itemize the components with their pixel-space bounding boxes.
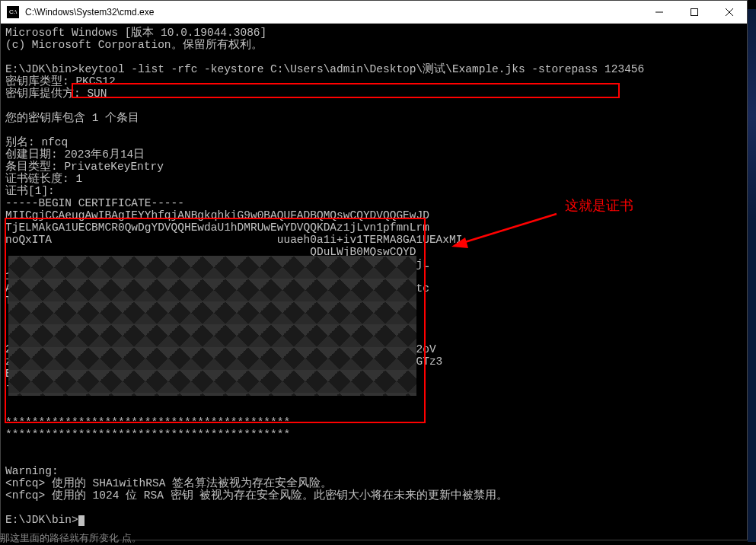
- output-line: 证书[1]:: [5, 185, 55, 197]
- cert-line: MIICgjCCAeugAwIBAgIEYYhfqjANBgkqhkiG9w0B…: [5, 209, 429, 222]
- output-line: 条目类型: PrivateKeyEntry: [5, 161, 164, 173]
- window-controls: [642, 1, 747, 24]
- background-text: 那这里面的路径就有所变化 点。: [0, 531, 142, 545]
- cert-line: A1UE tc: [5, 282, 429, 295]
- maximize-button[interactable]: [677, 1, 712, 24]
- minimize-button[interactable]: [642, 1, 677, 24]
- cert-line: KDAz1jL: [5, 258, 429, 270]
- output-line: 证书链长度: 1: [5, 173, 82, 185]
- warning-line: <nfcq> 使用的 SHA1withRSA 签名算法被视为存在安全风险。: [5, 477, 332, 489]
- cert-line: TjELMAkGA1UECBMCR0QwDgYDVQQHEwdaU1hDMRUw…: [5, 222, 429, 234]
- output-line: 别名: nfcq: [5, 136, 68, 148]
- output-line: 您的密钥库包含 1 个条目: [5, 112, 139, 124]
- command-text: keytool -list -rfc -keystore C:\Users\ad…: [78, 63, 645, 75]
- annotation-text: 这就是证书: [565, 199, 633, 212]
- close-button[interactable]: [712, 1, 747, 24]
- cert-line: noQxITA uuaeh0a1i+iv1TERMA8GA1UEAxMI: [5, 234, 462, 246]
- prompt: E:\JDK\bin>: [5, 514, 78, 526]
- cert-line: -----BEGIN CERTIFICATE-----: [5, 197, 184, 209]
- output-line: (c) Microsoft Corporation。保留所有权利。: [5, 39, 263, 51]
- cert-line: EvHPv5jQtgx1: [5, 368, 85, 380]
- terminal-content[interactable]: Microsoft Windows [版本 10.0.19044.3086] (…: [1, 24, 747, 540]
- cert-line: -----END CERTIFICATE-----: [5, 380, 171, 392]
- output-line: 创建日期: 2023年6月14日: [5, 148, 145, 161]
- adjacent-window-edge: [748, 9, 756, 542]
- cert-line: 2nIArWcfD rnZmg1Y1 MR9C3SGXX2oV: [5, 343, 436, 355]
- arrow-icon: [450, 210, 564, 256]
- prompt: E:\JDK\bin>: [5, 63, 78, 75]
- output-line: 密钥库提供方: SUN: [5, 88, 107, 100]
- output-line: 密钥库类型: PKCS12: [5, 75, 116, 88]
- svg-line-4: [458, 214, 557, 244]
- highlight-box-command: [72, 83, 620, 98]
- cmd-icon: C:\: [7, 6, 19, 18]
- cmd-window: C:\ C:\Windows\System32\cmd.exe Microsof…: [0, 0, 748, 540]
- warning-line: <nfcq> 使用的 1024 位 RSA 密钥 被视为存在安全风险。此密钥大小…: [5, 489, 508, 502]
- cert-line: Trwb: [5, 295, 32, 307]
- output-line: Microsoft Windows [版本 10.0.19044.3086]: [5, 27, 266, 39]
- warning-header: Warning:: [5, 465, 59, 477]
- output-line: ****************************************…: [5, 416, 290, 429]
- output-line: ****************************************…: [5, 429, 290, 441]
- titlebar[interactable]: C:\ C:\Windows\System32\cmd.exe: [1, 1, 747, 24]
- cursor: [78, 515, 85, 526]
- cert-line: zqUEJqxd 5l 7O1 HuesrUGqQipgeQ1SFsjcvUYW…: [5, 355, 442, 368]
- svg-rect-1: [691, 8, 698, 15]
- cert-line: SEj/N/hzKqz: [5, 331, 416, 343]
- cert-line: 1pfm: [5, 270, 32, 282]
- cert-line: QDuLWjB0MQswCQYD: [5, 246, 416, 258]
- window-title: C:\Windows\System32\cmd.exe: [25, 7, 642, 18]
